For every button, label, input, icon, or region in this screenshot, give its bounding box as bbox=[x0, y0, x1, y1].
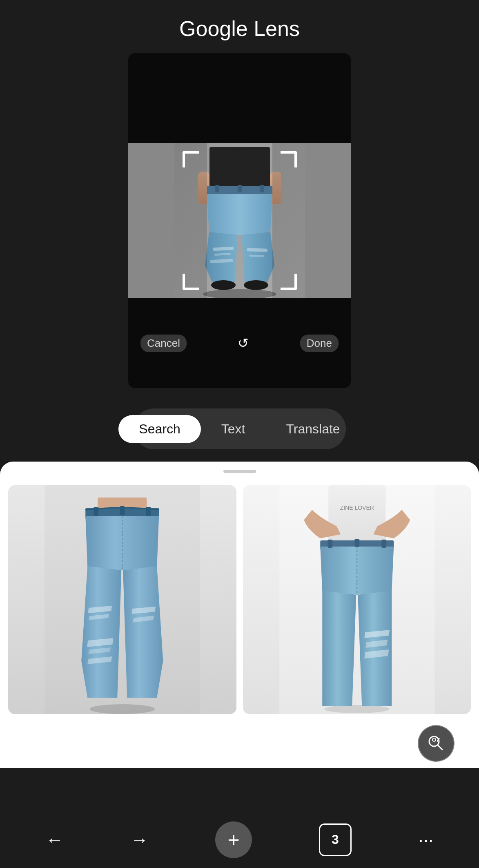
result-jeans-svg-1 bbox=[8, 485, 236, 714]
phone-screen: Cancel ↺ Done bbox=[128, 53, 351, 388]
result-image-2: ZINE LOVER bbox=[243, 485, 471, 714]
svg-rect-35 bbox=[328, 540, 332, 548]
app-title-lens: Lens bbox=[248, 17, 300, 40]
done-button[interactable]: Done bbox=[300, 335, 339, 352]
svg-point-31 bbox=[324, 705, 390, 713]
phone-top-area bbox=[128, 53, 351, 143]
svg-rect-18 bbox=[272, 143, 305, 298]
forward-button[interactable]: → bbox=[130, 830, 148, 850]
drag-handle[interactable] bbox=[223, 470, 256, 473]
svg-rect-7 bbox=[215, 185, 219, 192]
app-title: Google Lens bbox=[179, 16, 300, 41]
phone-bottom-area: Cancel ↺ Done bbox=[128, 298, 351, 388]
svg-rect-5 bbox=[209, 147, 270, 188]
lens-float-button[interactable] bbox=[418, 725, 454, 762]
lens-circle-icon bbox=[427, 734, 446, 753]
svg-rect-8 bbox=[238, 185, 242, 192]
svg-rect-27 bbox=[94, 507, 98, 516]
svg-point-15 bbox=[211, 280, 236, 290]
svg-rect-37 bbox=[381, 540, 386, 548]
image-area[interactable] bbox=[128, 143, 351, 298]
results-panel: ZINE LOVER bbox=[0, 462, 479, 768]
app-title-google: Google bbox=[179, 17, 248, 40]
back-button[interactable]: ← bbox=[46, 830, 64, 850]
svg-rect-17 bbox=[174, 143, 207, 298]
phone-controls: Cancel ↺ Done bbox=[128, 298, 351, 388]
jeans-image bbox=[174, 143, 305, 298]
result-card-2[interactable]: ZINE LOVER bbox=[243, 485, 471, 714]
more-button[interactable]: ··· bbox=[418, 830, 433, 850]
result-jeans-svg-2: ZINE LOVER bbox=[243, 485, 471, 714]
result-card-1[interactable] bbox=[8, 485, 236, 714]
svg-rect-29 bbox=[146, 507, 151, 516]
svg-rect-36 bbox=[354, 539, 359, 547]
refresh-icon[interactable]: ↺ bbox=[235, 335, 252, 351]
svg-point-16 bbox=[244, 280, 268, 290]
tab-translate[interactable]: Translate bbox=[265, 415, 360, 443]
results-grid: ZINE LOVER bbox=[0, 485, 479, 714]
result-image-1 bbox=[8, 485, 236, 714]
svg-line-20 bbox=[438, 745, 442, 750]
svg-point-23 bbox=[89, 704, 155, 714]
header: Google Lens bbox=[0, 0, 479, 53]
tab-search[interactable]: Search bbox=[118, 415, 201, 443]
image-viewer: Cancel ↺ Done bbox=[128, 53, 351, 388]
cancel-button[interactable]: Cancel bbox=[140, 335, 187, 352]
nav-bar: ← → + 3 ··· bbox=[0, 811, 479, 868]
tabs-button[interactable]: 3 bbox=[319, 823, 352, 856]
svg-text:ZINE LOVER: ZINE LOVER bbox=[340, 504, 374, 511]
svg-rect-9 bbox=[260, 185, 264, 192]
add-tab-button[interactable]: + bbox=[215, 821, 252, 858]
mode-selector: Search Text Translate bbox=[134, 408, 346, 449]
tab-text[interactable]: Text bbox=[201, 415, 266, 443]
svg-rect-28 bbox=[120, 506, 125, 515]
svg-point-21 bbox=[432, 738, 436, 741]
